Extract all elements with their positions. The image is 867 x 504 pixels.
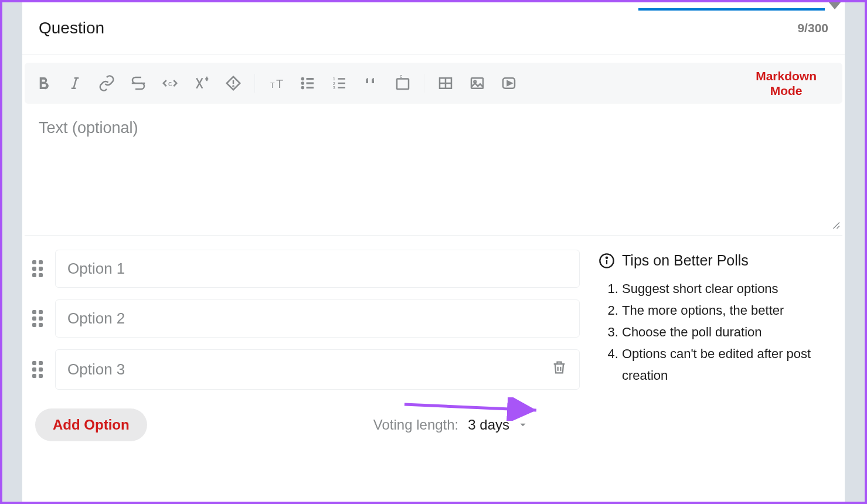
tips-heading: Tips on Better Polls [622,252,749,269]
tip-item: Options can't be edited after post creat… [622,343,828,387]
image-icon[interactable] [467,73,488,94]
svg-text:c: c [168,80,172,88]
drag-handle-icon[interactable] [30,361,45,378]
numbered-list-icon[interactable]: 123 [329,73,350,94]
table-icon[interactable] [435,73,456,94]
option-input-2[interactable]: Option 2 [55,299,580,338]
svg-point-9 [302,78,304,80]
tips-list: Suggest short clear options The more opt… [599,278,828,387]
svg-text:T: T [276,77,283,90]
link-icon[interactable] [96,73,117,94]
caret-down-icon [829,2,841,9]
poll-option-row: Option 1 [30,250,580,288]
bullet-list-icon[interactable] [297,73,318,94]
italic-icon[interactable] [64,73,86,94]
body-placeholder: Text (optional) [39,119,828,137]
svg-point-35 [606,257,607,258]
trash-icon[interactable] [551,359,567,380]
superscript-icon[interactable] [191,73,212,94]
spoiler-icon[interactable] [223,73,244,94]
svg-line-30 [837,226,840,229]
svg-line-29 [834,223,840,229]
active-tab-indicator [638,8,825,11]
video-icon[interactable] [498,73,519,94]
svg-point-10 [302,83,304,84]
heading-icon[interactable]: TT [266,73,287,94]
body-textarea[interactable]: Text (optional) [22,104,845,235]
tip-item: The more options, the better [622,300,828,322]
voting-length-dropdown[interactable]: 3 days [468,417,528,433]
drag-handle-icon[interactable] [30,260,45,277]
code-icon[interactable]: c [159,73,181,94]
formatting-toolbar: c TT 123 c MarkdownMode [25,63,842,104]
svg-point-11 [302,87,304,88]
add-option-button[interactable]: Add Option [35,408,147,441]
tips-panel: Tips on Better Polls Suggest short clear… [599,250,828,441]
resize-handle-icon[interactable] [831,220,841,233]
svg-text:T: T [270,81,275,90]
quote-icon[interactable] [361,73,382,94]
char-counter: 9/300 [797,21,828,35]
markdown-mode-toggle[interactable]: MarkdownMode [756,69,834,98]
info-icon [599,253,615,269]
svg-rect-21 [397,79,409,90]
poll-option-row: Option 2 [30,299,580,338]
svg-line-0 [74,78,77,88]
tip-item: Suggest short clear options [622,278,828,300]
tip-item: Choose the poll duration [622,322,828,343]
poll-option-row: Option 3 [30,349,580,390]
strikethrough-icon[interactable] [128,73,149,94]
svg-rect-26 [471,78,483,88]
option-input-3[interactable]: Option 3 [55,349,580,390]
svg-text:c: c [400,74,403,79]
question-title-field[interactable]: Question [39,19,104,38]
title-row: Question 9/300 [22,6,845,55]
option-input-1[interactable]: Option 1 [55,250,580,288]
poll-options-column: Option 1 Option 2 Option 3 Ad [30,250,580,441]
code-block-icon[interactable]: c [392,73,413,94]
voting-length-label: Voting length: [373,417,458,433]
bold-icon[interactable] [33,73,54,94]
svg-text:3: 3 [333,85,335,90]
svg-point-6 [233,86,233,87]
drag-handle-icon[interactable] [30,310,45,327]
